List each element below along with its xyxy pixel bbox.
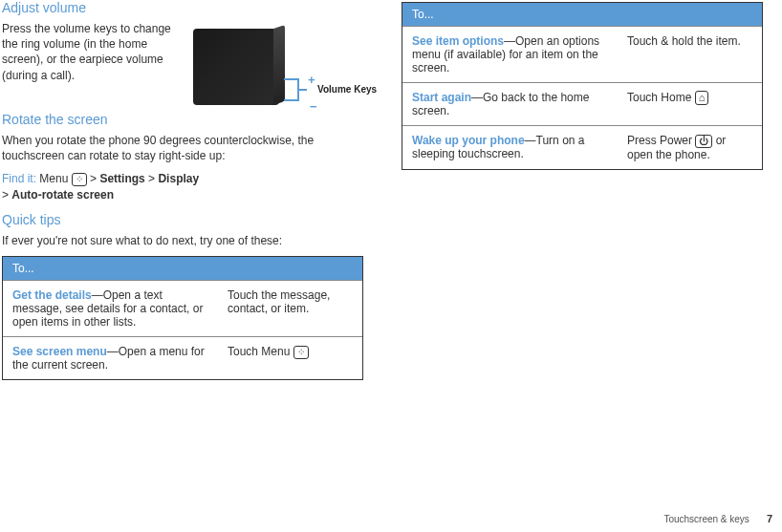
row-desc: See screen menu—Open a menu for the curr…: [3, 337, 218, 379]
row-desc: See item options—Open an options menu (i…: [402, 27, 618, 82]
row-action: Touch & hold the item.: [618, 27, 762, 82]
find-it-sep-1: >: [90, 172, 99, 185]
row-desc: Get the details—Open a text message, see…: [3, 281, 218, 336]
row-action-prefix: Press Power: [627, 134, 695, 147]
adjust-volume-text: Press the volume keys to change the ring…: [2, 21, 184, 83]
table-row: See item options—Open an options menu (i…: [402, 26, 762, 82]
find-it-menu-word: Menu: [39, 172, 68, 185]
find-it-settings: Settings: [99, 172, 144, 185]
page-footer: Touchscreen & keys 7: [663, 513, 772, 524]
row-action-prefix: Touch Home: [627, 91, 695, 104]
table-row: Get the details—Open a text message, see…: [3, 280, 362, 336]
row-action: Touch Menu: [218, 337, 362, 379]
find-it-label: Find it:: [2, 172, 36, 185]
volume-bracket: [284, 78, 305, 101]
row-desc: Start again—Go back to the home screen.: [402, 83, 618, 125]
volume-keys-label: Volume Keys: [317, 84, 377, 95]
tips-table-left-header: To...: [3, 257, 362, 280]
row-title: See screen menu: [12, 345, 107, 358]
row-title: Get the details: [12, 288, 92, 302]
minus-icon: −: [310, 99, 317, 114]
home-key-icon: [695, 91, 709, 105]
right-column: To... See item options—Open an options m…: [402, 0, 763, 380]
table-row: Wake up your phone—Turn on a sleeping to…: [402, 125, 762, 169]
row-action-prefix: Touch Menu: [228, 345, 293, 358]
quick-tips-heading: Quick tips: [2, 212, 363, 227]
table-row: Start again—Go back to the home screen. …: [402, 82, 762, 125]
footer-page-number: 7: [767, 513, 772, 524]
find-it-sep-3: >: [2, 188, 11, 202]
tips-table-left: To... Get the details—Open a text messag…: [2, 256, 363, 380]
phone-illustration: + − Volume Keys: [193, 21, 346, 112]
row-action: Touch Home: [618, 83, 762, 125]
find-it-display: Display: [158, 172, 199, 185]
menu-key-icon: [72, 173, 87, 186]
tips-table-right-header: To...: [402, 3, 762, 26]
find-it-autorotate: Auto-rotate screen: [11, 188, 114, 202]
row-title: Wake up your phone: [412, 134, 525, 147]
row-title: See item options: [412, 34, 504, 48]
row-title: Start again: [412, 91, 471, 104]
power-key-icon: [695, 135, 712, 148]
row-desc: Wake up your phone—Turn on a sleeping to…: [402, 126, 618, 169]
adjust-volume-heading: Adjust volume: [2, 0, 363, 15]
footer-section: Touchscreen & keys: [663, 514, 749, 524]
plus-icon: +: [308, 73, 315, 87]
adjust-volume-block: Press the volume keys to change the ring…: [2, 21, 363, 112]
menu-key-icon: [293, 346, 309, 359]
rotate-screen-heading: Rotate the screen: [2, 112, 363, 127]
left-column: Adjust volume Press the volume keys to c…: [2, 0, 363, 380]
find-it-sep-2: >: [148, 172, 158, 185]
phone-body-shape: [193, 29, 279, 105]
tips-table-right: To... See item options—Open an options m…: [402, 2, 763, 170]
find-it-line: Find it: Menu > Settings > Display > Aut…: [2, 171, 363, 202]
row-action: Touch the message, contact, or item.: [218, 281, 362, 336]
rotate-screen-text: When you rotate the phone 90 degrees cou…: [2, 133, 363, 163]
quick-tips-text: If ever you're not sure what to do next,…: [2, 233, 363, 248]
row-action: Press Power or open the phone.: [618, 126, 762, 169]
table-row: See screen menu—Open a menu for the curr…: [3, 336, 362, 379]
